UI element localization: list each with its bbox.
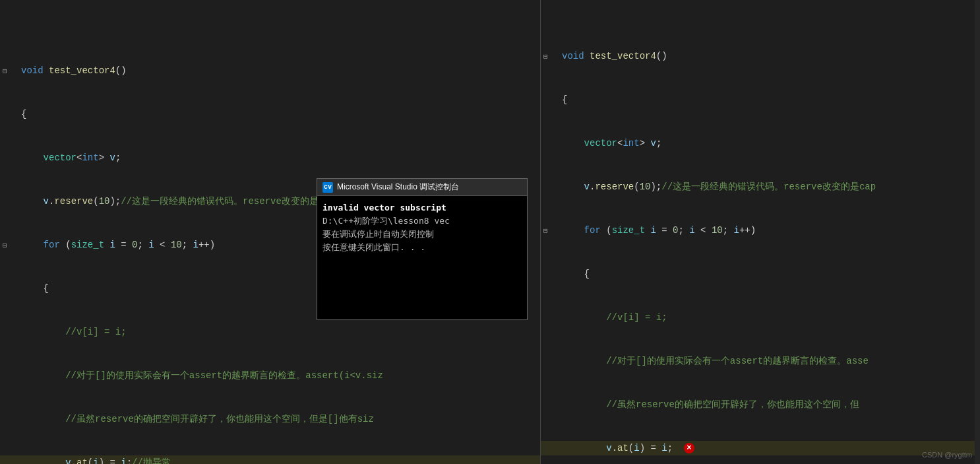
code-line-2: { [0, 107, 540, 121]
right-line-8: //对于[]的使用实际会有一个assert的越界断言的检查。asse [541, 354, 980, 368]
right-line-7: //v[i] = i; [541, 310, 980, 325]
right-fold-5[interactable]: ⊟ [543, 224, 548, 238]
line-text-3: vector<int> v; [21, 150, 540, 165]
right-text-9: //虽然reserve的确把空间开辟好了，你也能用这个空间，但 [562, 397, 980, 412]
right-text-7: //v[i] = i; [562, 310, 980, 325]
code-line-1: ⊟ void test_vector4() [0, 63, 540, 78]
debug-console-title: Microsoft Visual Studio 调试控制台 [337, 182, 459, 193]
line-text-9: //虽然reserve的确把空间开辟好了，你也能用这个空间，但是[]他有siz [21, 412, 540, 426]
code-line-8: //对于[]的使用实际会有一个assert的越界断言的检查。assert(i<v… [0, 368, 540, 383]
right-text-3: vector<int> v; [562, 136, 980, 150]
debug-icon-text: cv [324, 183, 332, 191]
code-line-7: //v[i] = i; [0, 325, 540, 339]
right-code-panel: ⊟ void test_vector4() { vector<int> v; v… [541, 0, 980, 464]
right-text-4: v.reserve(10);//这是一段经典的错误代码。reserve改变的是c… [562, 180, 980, 194]
right-line-10: v.at(i) = i; × [541, 441, 980, 455]
left-code-panel: ⊟ void test_vector4() { vector<int> v; v… [0, 0, 541, 464]
code-line-9: //虽然reserve的确把空间开辟好了，你也能用这个空间，但是[]他有siz [0, 412, 540, 426]
right-text-5: for (size_t i = 0; i < 10; i++) [562, 223, 980, 238]
right-line-5: ⊟ for (size_t i = 0; i < 10; i++) [541, 223, 980, 238]
main-container: ⊟ void test_vector4() { vector<int> v; v… [0, 0, 980, 464]
right-code-content: ⊟ void test_vector4() { vector<int> v; v… [541, 0, 980, 464]
line-text-8: //对于[]的使用实际会有一个assert的越界断言的检查。assert(i<v… [21, 368, 540, 383]
debug-console-body: invalid vector subscript D:\C++初阶学习\less… [317, 196, 527, 319]
right-fold-1[interactable]: ⊟ [543, 50, 548, 64]
debug-console-titlebar: cv Microsoft Visual Studio 调试控制台 [317, 179, 527, 196]
right-text-10: v.at(i) = i; × [562, 441, 980, 455]
fold-icon-1[interactable]: ⊟ [3, 64, 7, 79]
right-line-4: v.reserve(10);//这是一段经典的错误代码。reserve改变的是c… [541, 180, 980, 194]
fold-icon-5[interactable]: ⊟ [3, 238, 7, 253]
line-text-2: { [21, 107, 540, 121]
right-line-2: { [541, 92, 980, 107]
watermark: CSDN @rygttm [922, 451, 972, 459]
error-indicator: × [684, 443, 694, 453]
line-text-1: void test_vector4() [21, 63, 540, 78]
code-line-10: v.at(i) = i;//抛异常 [0, 455, 540, 464]
scrollbar-track[interactable] [975, 0, 980, 464]
debug-console: cv Microsoft Visual Studio 调试控制台 invalid… [317, 178, 528, 320]
right-line-1: ⊟ void test_vector4() [541, 49, 980, 63]
right-text-1: void test_vector4() [562, 49, 980, 63]
debug-line-5: 按任意键关闭此窗口. . . [322, 241, 522, 254]
right-line-9: //虽然reserve的确把空间开辟好了，你也能用这个空间，但 [541, 397, 980, 412]
debug-line-1: invalid vector subscript [322, 201, 522, 215]
debug-console-icon: cv [322, 182, 333, 193]
debug-line-4: 要在调试停止时自动关闭控制 [322, 228, 522, 241]
right-text-6: { [562, 267, 980, 281]
line-text-7: //v[i] = i; [21, 325, 540, 339]
right-line-3: vector<int> v; [541, 136, 980, 150]
code-line-3: vector<int> v; [0, 150, 540, 165]
line-text-10: v.at(i) = i;//抛异常 [21, 455, 540, 464]
debug-line-3: D:\C++初阶学习\lesson8 vec [322, 215, 522, 228]
right-text-2: { [562, 92, 980, 107]
right-line-6: { [541, 267, 980, 281]
right-text-8: //对于[]的使用实际会有一个assert的越界断言的检查。asse [562, 354, 980, 368]
